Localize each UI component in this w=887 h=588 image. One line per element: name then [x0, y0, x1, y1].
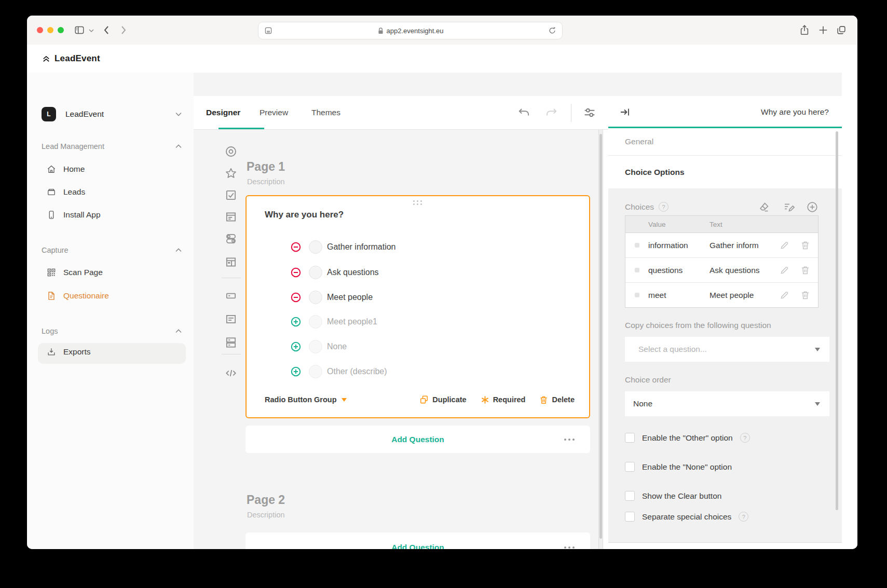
choice-row[interactable]: Meet people [247, 290, 589, 305]
remove-choice-icon[interactable] [290, 241, 302, 253]
required-toggle[interactable]: Required [480, 395, 526, 405]
collapse-panel-icon[interactable] [619, 106, 631, 118]
choice-value-cell[interactable]: meet [648, 291, 709, 300]
enable-other-option-row[interactable]: Enable the "Other" option [625, 433, 750, 443]
sidebar-item-leads[interactable]: Leads [27, 182, 194, 202]
help-icon[interactable] [740, 433, 750, 443]
delete-row-icon[interactable] [800, 265, 811, 276]
sidebar-section-lead-management[interactable]: Lead Management [27, 139, 194, 154]
choice-value-cell[interactable]: information [648, 241, 709, 250]
matrix-tool-icon[interactable] [224, 255, 238, 269]
add-question-button[interactable]: Add Question [245, 426, 590, 453]
dropdown-tool-icon[interactable] [224, 210, 238, 224]
boolean-tool-icon[interactable] [224, 232, 238, 245]
toolbar-chevron-down-icon[interactable] [89, 29, 94, 33]
zoom-window-button[interactable] [58, 27, 64, 33]
sidebar-item-home[interactable]: Home [27, 159, 194, 179]
edit-row-icon[interactable] [779, 240, 790, 251]
enable-none-option-row[interactable]: Enable the "None" option [625, 462, 732, 472]
fast-entry-icon[interactable] [783, 201, 795, 213]
remove-choice-icon[interactable] [290, 267, 302, 278]
show-clear-button-row[interactable]: Show the Clear button [625, 491, 721, 501]
accordion-choice-options[interactable]: Choice Options [608, 156, 842, 188]
reload-icon[interactable] [548, 26, 557, 35]
html-tool-icon[interactable] [224, 366, 238, 380]
minimize-window-button[interactable] [47, 27, 53, 33]
add-choice-icon[interactable] [290, 366, 302, 377]
choice-label[interactable]: Ask questions [327, 268, 379, 277]
clear-choices-icon[interactable] [758, 201, 770, 213]
row-drag-handle[interactable] [635, 243, 639, 248]
page-menu-icon[interactable] [564, 439, 575, 441]
add-choice-icon[interactable] [290, 341, 302, 352]
help-icon[interactable] [739, 512, 748, 522]
row-drag-handle[interactable] [635, 268, 639, 272]
sidebar-section-logs[interactable]: Logs [27, 323, 194, 339]
tab-designer[interactable]: Designer [206, 96, 240, 129]
checkbox[interactable] [625, 491, 635, 501]
text-input-tool-icon[interactable] [224, 289, 238, 303]
choice-text-cell[interactable]: Ask questions [709, 266, 774, 275]
copy-choices-select[interactable]: Select a question... [625, 337, 829, 362]
choice-row[interactable]: Ask questions [247, 265, 589, 280]
accordion-general[interactable]: General [608, 128, 842, 156]
question-type-selector[interactable]: Radio Button Group [265, 395, 347, 404]
undo-icon[interactable] [517, 106, 531, 119]
separate-special-choices-row[interactable]: Separate special choices [625, 512, 748, 522]
sidebar-item-exports[interactable]: Exports [27, 342, 194, 362]
choice-label[interactable]: Meet people [327, 293, 373, 302]
delete-row-icon[interactable] [800, 290, 811, 300]
canvas-scrollbar-thumb[interactable] [599, 134, 602, 539]
back-button[interactable] [103, 25, 110, 35]
app-brand[interactable]: LeadEvent [42, 45, 100, 73]
choice-label[interactable]: None [327, 342, 347, 351]
drag-handle-icon[interactable] [413, 200, 422, 205]
page2-title[interactable]: Page 2 [247, 493, 285, 507]
workspace-switcher[interactable]: L LeadEvent [27, 100, 194, 129]
choice-row-suggested[interactable]: None [247, 339, 589, 354]
checkbox[interactable] [625, 433, 635, 443]
edit-row-icon[interactable] [779, 290, 790, 300]
duplicate-button[interactable]: Duplicate [419, 394, 466, 405]
radiogroup-tool-icon[interactable] [224, 145, 238, 158]
page1-description[interactable]: Description [247, 177, 285, 186]
sidebar-item-questionnaire[interactable]: Questionaire [27, 286, 194, 306]
help-icon[interactable] [659, 202, 668, 212]
page1-title[interactable]: Page 1 [247, 160, 285, 174]
sidebar-item-install-app[interactable]: Install App [27, 205, 194, 225]
choice-label[interactable]: Other (describe) [327, 367, 387, 376]
redo-icon[interactable] [544, 106, 558, 119]
panel-scrollbar-thumb[interactable] [836, 131, 838, 510]
survey-settings-icon[interactable] [582, 105, 597, 120]
delete-row-icon[interactable] [800, 240, 811, 251]
sidebar-toggle-icon[interactable] [74, 24, 85, 36]
page-menu-icon[interactable] [564, 546, 575, 549]
choice-order-select[interactable]: None [625, 391, 829, 416]
share-icon[interactable] [799, 24, 810, 36]
choice-text-cell[interactable]: Meet people [709, 291, 774, 300]
choice-label[interactable]: Gather information [327, 242, 396, 252]
checkbox[interactable] [625, 462, 635, 472]
tab-overview-icon[interactable] [836, 24, 847, 36]
add-choice-icon[interactable] [290, 316, 302, 327]
checkbox[interactable] [625, 512, 635, 522]
choice-text-cell[interactable]: Gather inform [709, 241, 774, 250]
question-title[interactable]: Why are you here? [265, 210, 344, 220]
choice-row[interactable]: Gather information [247, 239, 589, 255]
page2-description[interactable]: Description [247, 511, 285, 519]
forward-button[interactable] [120, 25, 127, 35]
comment-tool-icon[interactable] [224, 312, 238, 326]
checkbox-tool-icon[interactable] [224, 188, 238, 202]
add-question-button-page2[interactable]: Add Question [245, 532, 590, 549]
edit-row-icon[interactable] [779, 265, 790, 276]
rating-tool-icon[interactable] [224, 167, 238, 180]
close-window-button[interactable] [37, 27, 43, 33]
row-drag-handle[interactable] [635, 293, 639, 297]
sidebar-item-scan-page[interactable]: Scan Page [27, 263, 194, 282]
multiple-text-tool-icon[interactable] [224, 336, 238, 349]
remove-choice-icon[interactable] [290, 292, 302, 303]
delete-question-button[interactable]: Delete [539, 395, 575, 405]
choice-label[interactable]: Meet people1 [327, 317, 377, 326]
choice-value-cell[interactable]: questions [648, 266, 709, 275]
question-card[interactable]: Why are you here? Gather information Ask… [245, 195, 590, 418]
